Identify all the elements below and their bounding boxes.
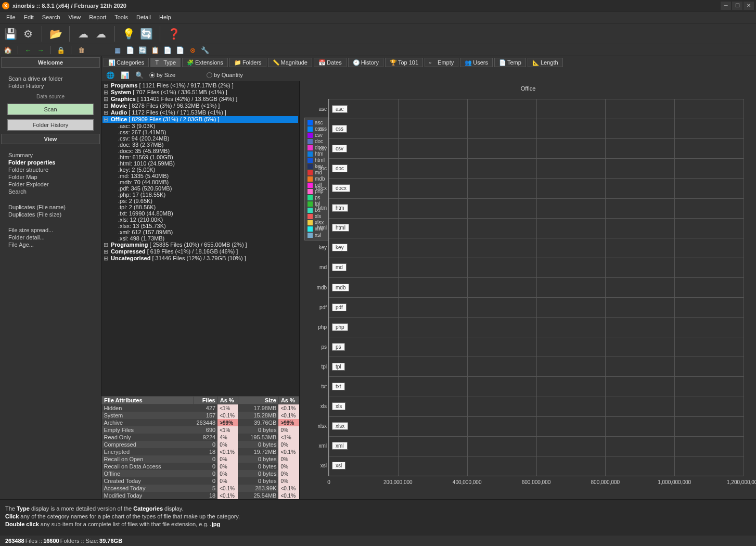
tree-item[interactable]: .php: 17 (118.55K) (102, 192, 298, 198)
col-size-pct[interactable]: As % (278, 397, 299, 404)
tree-item[interactable]: .docx: 35 (45.89MB) (102, 148, 298, 154)
tree-category[interactable]: ⊟Office [ 82909 Files (31%) / 2.03GB (5%… (102, 116, 298, 123)
tree-item[interactable]: .xlsx: 13 (515.73K) (102, 223, 298, 229)
col-files[interactable]: Files (193, 397, 217, 404)
tree-category[interactable]: ⊞Audio [ 1172 Files (<1%) / 171.53MB (<1… (102, 109, 298, 116)
tab-temp[interactable]: 📄Temp (494, 58, 526, 67)
refresh-icon[interactable]: 🔄 (139, 27, 153, 41)
sidebar-summary[interactable]: Summary (8, 151, 93, 159)
sidebar-folder-properties[interactable]: Folder properties (8, 159, 93, 166)
col-size[interactable]: Size (238, 397, 278, 404)
tab-categories[interactable]: 📊Categories (104, 58, 149, 67)
attr-row[interactable]: Read Only92244%195.53MB<1% (102, 434, 299, 441)
tree-item[interactable]: .html: 1010 (24.59MB) (102, 160, 298, 167)
attr-row[interactable]: Recall on Data Access00%0 bytes0% (102, 463, 299, 470)
tab-empty[interactable]: ▫Empty (425, 58, 458, 67)
doc1-icon[interactable]: ▦ (113, 45, 122, 55)
sidebar-file-size-spread[interactable]: File size spread... (8, 226, 93, 234)
scan-button[interactable]: Scan (7, 104, 94, 115)
attr-row[interactable]: Created Today00%0 bytes0% (102, 477, 299, 485)
menu-report[interactable]: Report (86, 13, 109, 21)
attr-row[interactable]: System157<0.1%15.28MB<0.1% (102, 412, 299, 419)
globe-icon[interactable]: 🌐 (106, 70, 115, 80)
tab-length[interactable]: 📐Length (528, 58, 563, 67)
attr-row[interactable]: Empty Files690<1%0 bytes0% (102, 426, 299, 434)
tree-category[interactable]: ⊞Programs [ 1121 Files (<1%) / 917.17MB … (102, 82, 298, 89)
tab-dates[interactable]: 📅Dates (314, 58, 347, 67)
tree-item[interactable]: .ps: 2 (9.65K) (102, 198, 298, 204)
help-icon[interactable]: ❓ (166, 27, 181, 41)
doc2-icon[interactable]: 📄 (125, 45, 135, 55)
tree-item[interactable]: .pdf: 345 (520.50MB) (102, 185, 298, 192)
tree-item[interactable]: .key: 2 (5.00K) (102, 167, 298, 173)
tree-category[interactable]: ⊞System [ 707 Files (<1%) / 336.51MB (<1… (102, 89, 298, 96)
sidebar-folder-map[interactable]: Folder Map (8, 173, 93, 181)
forward-icon[interactable]: → (36, 45, 45, 55)
attr-row[interactable]: Offline00%0 bytes0% (102, 470, 299, 477)
wrench-icon[interactable]: 🔧 (200, 45, 210, 55)
category-tree[interactable]: ⊞Programs [ 1121 Files (<1%) / 917.17MB … (101, 81, 299, 396)
tree-category[interactable]: ⊞Programming [ 25835 Files (10%) / 655.0… (102, 242, 298, 248)
col-files-pct[interactable]: As % (217, 397, 238, 404)
tab-type[interactable]: TType (150, 58, 181, 67)
doc3-icon[interactable]: 🔄 (138, 45, 147, 55)
minimize-button[interactable]: ─ (721, 2, 731, 10)
tree-item[interactable]: .tpl: 2 (88.56K) (102, 204, 298, 210)
sidebar-folder-structure[interactable]: Folder structure (8, 166, 93, 173)
tree-item[interactable]: .xml: 612 (157.89MB) (102, 229, 298, 235)
chart-icon[interactable]: 📊 (120, 70, 130, 80)
tree-category[interactable]: ⊞Movie [ 8278 Files (3%) / 96.32MB (<1%)… (102, 103, 298, 109)
attr-row[interactable]: Compressed00%0 bytes0% (102, 441, 299, 448)
tab-folders[interactable]: 📁Folders (229, 58, 266, 67)
tree-item[interactable]: .doc: 33 (2.37MB) (102, 142, 298, 148)
tree-item[interactable]: .xls: 12 (210.00K) (102, 217, 298, 223)
cloud-download-icon[interactable]: ☁ (76, 27, 91, 41)
attr-row[interactable]: Modified Today18<0.1%25.54MB<0.1% (102, 492, 299, 499)
menu-search[interactable]: Search (39, 13, 63, 21)
x-icon[interactable]: ⊗ (188, 45, 197, 55)
doc5-icon[interactable]: 📄 (163, 45, 172, 55)
tab-history[interactable]: 🕘History (348, 58, 383, 67)
attr-row[interactable]: Accessed Today5<0.1%283.99K<0.1% (102, 485, 299, 492)
menu-detail[interactable]: Detail (133, 13, 154, 21)
sort-by-quantity[interactable]: by Quantity (207, 72, 243, 78)
tree-item[interactable]: .xsl: 498 (1.73MB) (102, 235, 298, 242)
menu-edit[interactable]: Edit (21, 13, 37, 21)
settings-icon[interactable]: ⚙ (21, 27, 35, 41)
tree-item[interactable]: .htm: 61569 (1.00GB) (102, 154, 298, 160)
sort-by-size[interactable]: by Size (149, 72, 175, 78)
sidebar-folder-exploder[interactable]: Folder Exploder (8, 181, 93, 188)
tab-magnitude[interactable]: 📏Magnitude (268, 58, 312, 67)
sidebar-folder-detail[interactable]: Folder detail... (8, 234, 93, 241)
sidebar-dup-size[interactable]: Duplicates (File size) (8, 211, 93, 218)
idea-icon[interactable]: 💡 (121, 27, 136, 41)
attr-row[interactable]: Encrypted18<0.1%19.72MB<0.1% (102, 448, 299, 455)
folder-history-button[interactable]: Folder History (7, 119, 94, 131)
sidebar-file-age[interactable]: File Age... (8, 241, 93, 248)
tree-item[interactable]: .css: 267 (1.41MB) (102, 129, 298, 135)
close-button[interactable]: ✕ (744, 2, 754, 10)
sidebar-scan-link[interactable]: Scan a drive or folder (8, 75, 93, 82)
search-icon[interactable]: 🔍 (135, 70, 144, 80)
folder-open-icon[interactable]: 📂 (48, 27, 63, 41)
maximize-button[interactable]: ☐ (732, 2, 742, 10)
back-icon[interactable]: ← (23, 45, 33, 55)
menu-view[interactable]: View (66, 13, 84, 21)
home-icon[interactable]: 🏠 (3, 45, 12, 55)
tab-users[interactable]: 👥Users (460, 58, 493, 67)
tab-extensions[interactable]: 🧩Extensions (182, 58, 228, 67)
menu-file[interactable]: File (3, 13, 19, 21)
doc6-icon[interactable]: 📄 (175, 45, 185, 55)
attr-row[interactable]: Hidden427<1%17.98MB<0.1% (102, 404, 299, 412)
menu-help[interactable]: Help (156, 13, 174, 21)
menu-tools[interactable]: Tools (111, 13, 131, 21)
sidebar-dup-name[interactable]: Duplicates (File name) (8, 204, 93, 211)
doc4-icon[interactable]: 📋 (150, 45, 160, 55)
tree-category[interactable]: ⊞Graphics [ 111401 Files (42%) / 13.65GB… (102, 96, 298, 103)
tree-item[interactable]: .csv: 94 (200.24MB) (102, 135, 298, 142)
attr-row[interactable]: Recall on Open00%0 bytes0% (102, 455, 299, 463)
sidebar-search[interactable]: Search (8, 188, 93, 195)
tree-item[interactable]: .asc: 3 (9.03K) (102, 123, 298, 129)
tree-category[interactable]: ⊞Uncategorised [ 31446 Files (12%) / 3.7… (102, 255, 298, 262)
tree-item[interactable]: .md: 1335 (5.40MB) (102, 173, 298, 179)
